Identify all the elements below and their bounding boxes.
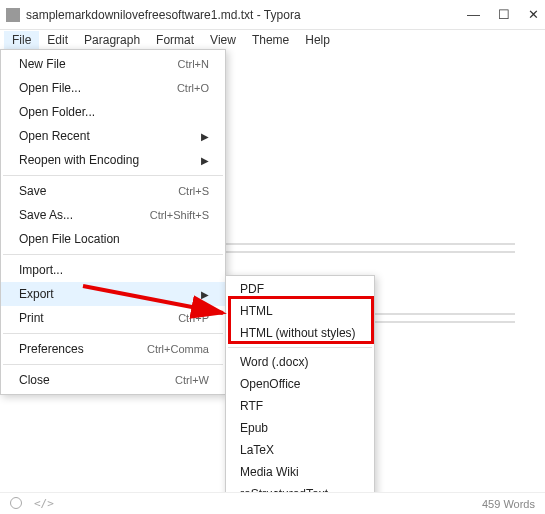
menu-separator xyxy=(228,347,372,348)
menu-item-new-file[interactable]: New FileCtrl+N xyxy=(1,52,225,76)
export-epub[interactable]: Epub xyxy=(226,417,374,439)
export-submenu: PDF HTML HTML (without styles) Word (.do… xyxy=(225,275,375,514)
menu-paragraph[interactable]: Paragraph xyxy=(76,31,148,49)
menu-view[interactable]: View xyxy=(202,31,244,49)
chevron-right-icon: ▶ xyxy=(201,155,209,166)
menu-format[interactable]: Format xyxy=(148,31,202,49)
menu-item-save[interactable]: SaveCtrl+S xyxy=(1,179,225,203)
chevron-right-icon: ▶ xyxy=(201,289,209,300)
maximize-button[interactable]: ☐ xyxy=(498,7,510,22)
titlebar: samplemarkdownilovefreesoftware1.md.txt … xyxy=(0,0,545,30)
menu-item-preferences[interactable]: PreferencesCtrl+Comma xyxy=(1,337,225,361)
export-openoffice[interactable]: OpenOffice xyxy=(226,373,374,395)
export-latex[interactable]: LaTeX xyxy=(226,439,374,461)
menu-item-save-as[interactable]: Save As...Ctrl+Shift+S xyxy=(1,203,225,227)
export-pdf[interactable]: PDF xyxy=(226,278,374,300)
minimize-button[interactable]: — xyxy=(467,7,480,22)
app-icon xyxy=(6,8,20,22)
menu-item-reopen[interactable]: Reopen with Encoding▶ xyxy=(1,148,225,172)
menu-item-print[interactable]: PrintCtrl+P xyxy=(1,306,225,330)
menu-separator xyxy=(3,364,223,365)
file-menu: New FileCtrl+N Open File...Ctrl+O Open F… xyxy=(0,49,226,395)
word-count[interactable]: 459 Words xyxy=(482,498,535,510)
menu-theme[interactable]: Theme xyxy=(244,31,297,49)
export-html-no-styles[interactable]: HTML (without styles) xyxy=(226,322,374,344)
source-mode-icon[interactable]: </> xyxy=(34,497,54,510)
menu-separator xyxy=(3,333,223,334)
menu-item-export[interactable]: Export▶ xyxy=(1,282,225,306)
sidebar-toggle-icon[interactable] xyxy=(10,497,22,509)
export-mediawiki[interactable]: Media Wiki xyxy=(226,461,374,483)
close-button[interactable]: ✕ xyxy=(528,7,539,22)
menu-file[interactable]: File xyxy=(4,31,39,49)
menu-item-open[interactable]: Open File...Ctrl+O xyxy=(1,76,225,100)
menu-help[interactable]: Help xyxy=(297,31,338,49)
menu-edit[interactable]: Edit xyxy=(39,31,76,49)
menu-item-close[interactable]: CloseCtrl+W xyxy=(1,368,225,392)
statusbar: </> 459 Words xyxy=(0,492,545,514)
menu-item-import[interactable]: Import... xyxy=(1,258,225,282)
export-rtf[interactable]: RTF xyxy=(226,395,374,417)
menu-item-open-location[interactable]: Open File Location xyxy=(1,227,225,251)
window-controls: — ☐ ✕ xyxy=(467,7,539,22)
menu-separator xyxy=(3,175,223,176)
menu-item-open-recent[interactable]: Open Recent▶ xyxy=(1,124,225,148)
window-title: samplemarkdownilovefreesoftware1.md.txt … xyxy=(26,8,467,22)
export-html[interactable]: HTML xyxy=(226,300,374,322)
menu-separator xyxy=(3,254,223,255)
chevron-right-icon: ▶ xyxy=(201,131,209,142)
export-word[interactable]: Word (.docx) xyxy=(226,351,374,373)
menu-item-open-folder[interactable]: Open Folder... xyxy=(1,100,225,124)
menubar: File Edit Paragraph Format View Theme He… xyxy=(0,30,545,50)
